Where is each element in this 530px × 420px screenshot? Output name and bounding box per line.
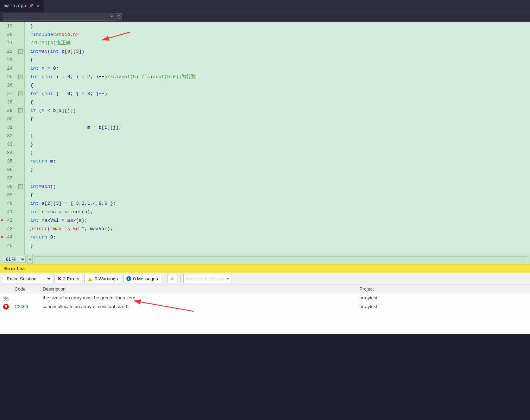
- error-panel-title: Error List: [0, 265, 530, 273]
- fold-29[interactable]: −: [18, 106, 24, 115]
- line-num-35: 35: [0, 157, 18, 165]
- fold-41: [18, 208, 24, 216]
- code-line-44: return 0;: [30, 233, 530, 241]
- fold-40: [18, 199, 24, 208]
- code-line-29: if (m < b[i][j]): [30, 106, 530, 115]
- build-select[interactable]: Build + IntelliSense ▼: [183, 274, 232, 283]
- table-header-row: Code Description Project: [0, 285, 530, 293]
- fold-24: [18, 64, 24, 72]
- error-panel: Error List Entire Solution Current Proje…: [0, 264, 530, 334]
- fold-27[interactable]: −: [18, 89, 24, 98]
- fold-32: [18, 132, 24, 140]
- line-num-30: 30: [0, 115, 18, 123]
- line-num-32: 32: [0, 132, 18, 140]
- line-numbers: 19 20 21 22 23 24 25 26 27 28 29 30 31: [0, 22, 18, 254]
- fold-34: [18, 148, 24, 157]
- line-num-40: 40: [0, 199, 18, 208]
- error-toolbar: Entire Solution Current Project Open Doc…: [0, 273, 530, 285]
- editor-container: 19 20 21 22 23 24 25 26 27 28 29 30 31: [0, 22, 530, 254]
- fold-22[interactable]: −: [18, 47, 24, 56]
- separator-2: [180, 275, 181, 282]
- error-table-head: Code Description Project: [0, 285, 530, 293]
- code-line-35: return m;: [30, 157, 530, 165]
- fold-44: [18, 233, 24, 241]
- line-num-25: 25: [0, 72, 18, 81]
- nav-arrows: ▲ ▼: [116, 13, 122, 20]
- code-line-28: {: [30, 98, 530, 106]
- clear-icon: ✕: [170, 276, 174, 281]
- code-line-45: }: [30, 241, 530, 250]
- code-line-19: }: [30, 22, 530, 30]
- line-num-22: 22: [0, 47, 18, 56]
- line-num-26: 26: [0, 81, 18, 89]
- code-line-31: m = b[i][j];: [30, 123, 530, 132]
- errors-button[interactable]: ✖ 2 Errors: [54, 274, 82, 283]
- fold-21: [18, 39, 24, 47]
- line-num-44: 44: [0, 233, 18, 241]
- code-line-25: for (int i = 0; i < 2; i++)//sizeof(b) /…: [30, 72, 530, 81]
- line-num-23: 23: [0, 56, 18, 64]
- file-tab[interactable]: main.cpp 📌 ✕: [0, 0, 44, 12]
- nav-bar: ▼ ▲ ▼: [0, 12, 530, 22]
- code-line-23: {: [30, 56, 530, 64]
- scroll-track: [34, 256, 527, 262]
- fold-36: [18, 165, 24, 174]
- tab-filename: main.cpp: [4, 3, 26, 8]
- code-line-40: int a[2][3] = { 3,2,1,4,9,0 };: [30, 199, 530, 208]
- fold-strip: − − − − −: [18, 22, 25, 254]
- warnings-button[interactable]: 0 Warnings: [84, 274, 121, 283]
- arrow-annotation-1: [95, 30, 137, 43]
- fold-28: [18, 98, 24, 106]
- error-code-link[interactable]: C2466: [14, 304, 28, 309]
- fold-31: [18, 123, 24, 132]
- line-num-33: 33: [0, 140, 18, 148]
- errors-label: 2 Errors: [63, 276, 79, 281]
- row2-description: cannot allocate an array of constant siz…: [40, 302, 357, 311]
- fold-20: [18, 30, 24, 39]
- scroll-left-btn[interactable]: ◀: [27, 255, 33, 264]
- line-num-39: 39: [0, 191, 18, 199]
- fold-23: [18, 56, 24, 64]
- code-area[interactable]: } #include <stdio.h> //b[2][3]也正确 int ma…: [25, 22, 530, 254]
- nav-up-arrow[interactable]: ▲: [116, 13, 122, 17]
- table-row-2[interactable]: ✖ C2466 cannot allocate an array of cons…: [0, 302, 530, 311]
- editor-wrapper: 19 20 21 22 23 24 25 26 27 28 29 30 31: [0, 22, 530, 264]
- row2-icon-cell: ✖: [0, 302, 12, 311]
- fold-33: [18, 140, 24, 148]
- row1-project: arraytest: [357, 293, 530, 302]
- nav-dropdown[interactable]: ▼: [3, 13, 115, 21]
- abc-warning-icon: abc: [3, 295, 9, 300]
- fold-42: [18, 216, 24, 224]
- messages-button[interactable]: i 0 Messages: [123, 274, 161, 283]
- fold-25[interactable]: −: [18, 72, 24, 81]
- line-num-36: 36: [0, 165, 18, 174]
- code-line-37: [30, 174, 530, 182]
- close-icon[interactable]: ✕: [37, 3, 39, 8]
- fold-43: [18, 224, 24, 233]
- code-line-36: }: [30, 165, 530, 174]
- fold-35: [18, 157, 24, 165]
- error-table-body: abc the size of an array must be greater…: [0, 293, 530, 311]
- clear-button[interactable]: ✕: [167, 274, 177, 283]
- line-num-27: 27: [0, 89, 18, 98]
- fold-45: [18, 241, 24, 250]
- row1-description: the size of an array must be greater tha…: [40, 293, 357, 302]
- row1-code: [12, 293, 40, 302]
- zoom-select[interactable]: 81 % 100 % 75 %: [3, 256, 26, 263]
- error-icon: ✖: [57, 276, 62, 281]
- fold-38[interactable]: −: [18, 182, 24, 191]
- error-filter-select[interactable]: Entire Solution Current Project Open Doc…: [3, 274, 52, 283]
- line-num-20: 20: [0, 30, 18, 39]
- line-num-37: 37: [0, 174, 18, 182]
- line-num-43: 43: [0, 224, 18, 233]
- line-num-38: 38: [0, 182, 18, 191]
- code-line-38: int main(): [30, 182, 530, 191]
- separator-1: [164, 275, 164, 282]
- error-table: Code Description Project abc the size of…: [0, 285, 530, 311]
- nav-down-arrow[interactable]: ▼: [116, 17, 122, 20]
- line-num-42: 42: [0, 216, 18, 224]
- table-row-1[interactable]: abc the size of an array must be greater…: [0, 293, 530, 302]
- row2-project: arraytest: [357, 302, 530, 311]
- build-label: Build + IntelliSense: [186, 276, 225, 281]
- line-num-34: 34: [0, 148, 18, 157]
